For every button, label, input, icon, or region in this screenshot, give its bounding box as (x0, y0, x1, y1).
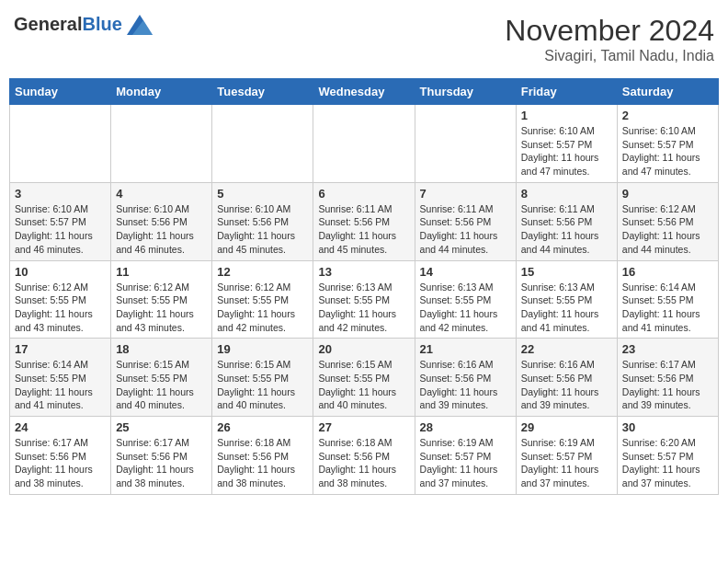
day-number: 15 (521, 265, 612, 279)
calendar-cell: 26Sunrise: 6:18 AM Sunset: 5:56 PM Dayli… (212, 417, 313, 495)
day-number: 19 (217, 342, 308, 356)
calendar-cell: 25Sunrise: 6:17 AM Sunset: 5:56 PM Dayli… (111, 417, 212, 495)
day-number: 23 (622, 342, 713, 356)
day-info: Sunrise: 6:13 AM Sunset: 5:55 PM Dayligh… (521, 281, 612, 335)
day-number: 20 (318, 342, 409, 356)
calendar-week-2: 3Sunrise: 6:10 AM Sunset: 5:57 PM Daylig… (10, 182, 719, 260)
calendar-cell: 13Sunrise: 6:13 AM Sunset: 5:55 PM Dayli… (313, 260, 415, 339)
day-number: 11 (116, 265, 207, 279)
day-info: Sunrise: 6:18 AM Sunset: 5:56 PM Dayligh… (318, 436, 409, 490)
day-number: 29 (521, 420, 612, 434)
day-number: 17 (15, 342, 106, 356)
day-number: 5 (217, 187, 308, 201)
calendar-cell: 28Sunrise: 6:19 AM Sunset: 5:57 PM Dayli… (415, 417, 516, 495)
calendar-cell (111, 105, 212, 183)
calendar-cell: 19Sunrise: 6:15 AM Sunset: 5:55 PM Dayli… (212, 339, 313, 417)
calendar-cell: 29Sunrise: 6:19 AM Sunset: 5:57 PM Dayli… (516, 417, 617, 495)
month-title: November 2024 (505, 14, 714, 48)
day-number: 22 (521, 342, 612, 356)
calendar-table: SundayMondayTuesdayWednesdayThursdayFrid… (9, 78, 719, 495)
logo: GeneralBlue (14, 14, 153, 35)
calendar-week-1: 1Sunrise: 6:10 AM Sunset: 5:57 PM Daylig… (10, 105, 719, 183)
calendar-week-3: 10Sunrise: 6:12 AM Sunset: 5:55 PM Dayli… (10, 260, 719, 339)
calendar-cell: 30Sunrise: 6:20 AM Sunset: 5:57 PM Dayli… (617, 417, 718, 495)
day-info: Sunrise: 6:19 AM Sunset: 5:57 PM Dayligh… (521, 436, 612, 490)
day-number: 2 (622, 109, 713, 122)
calendar-cell: 10Sunrise: 6:12 AM Sunset: 5:55 PM Dayli… (10, 260, 111, 339)
calendar-cell: 20Sunrise: 6:15 AM Sunset: 5:55 PM Dayli… (313, 339, 415, 417)
day-number: 3 (15, 187, 106, 201)
day-number: 14 (420, 265, 511, 279)
calendar-cell: 9Sunrise: 6:12 AM Sunset: 5:56 PM Daylig… (617, 182, 718, 260)
day-info: Sunrise: 6:10 AM Sunset: 5:56 PM Dayligh… (116, 202, 207, 257)
calendar-cell: 7Sunrise: 6:11 AM Sunset: 5:56 PM Daylig… (415, 182, 516, 260)
calendar-cell: 3Sunrise: 6:10 AM Sunset: 5:57 PM Daylig… (10, 182, 111, 260)
day-header-sunday: Sunday (10, 79, 111, 105)
day-number: 9 (622, 187, 713, 201)
day-info: Sunrise: 6:10 AM Sunset: 5:57 PM Dayligh… (521, 124, 612, 178)
day-info: Sunrise: 6:15 AM Sunset: 5:55 PM Dayligh… (116, 358, 207, 412)
title-area: November 2024 Sivagiri, Tamil Nadu, Indi… (505, 14, 714, 64)
day-info: Sunrise: 6:13 AM Sunset: 5:55 PM Dayligh… (420, 281, 511, 335)
page-header: GeneralBlue November 2024 Sivagiri, Tami… (9, 9, 719, 69)
calendar-cell: 2Sunrise: 6:10 AM Sunset: 5:57 PM Daylig… (617, 105, 718, 183)
day-header-thursday: Thursday (415, 79, 516, 105)
day-info: Sunrise: 6:18 AM Sunset: 5:56 PM Dayligh… (217, 436, 308, 490)
day-info: Sunrise: 6:10 AM Sunset: 5:57 PM Dayligh… (15, 202, 106, 257)
day-info: Sunrise: 6:15 AM Sunset: 5:55 PM Dayligh… (318, 358, 409, 412)
calendar-cell: 6Sunrise: 6:11 AM Sunset: 5:56 PM Daylig… (313, 182, 415, 260)
day-info: Sunrise: 6:11 AM Sunset: 5:56 PM Dayligh… (521, 202, 612, 257)
calendar-cell: 11Sunrise: 6:12 AM Sunset: 5:55 PM Dayli… (111, 260, 212, 339)
calendar-cell: 21Sunrise: 6:16 AM Sunset: 5:56 PM Dayli… (415, 339, 516, 417)
day-header-tuesday: Tuesday (212, 79, 313, 105)
day-number: 10 (15, 265, 106, 279)
calendar-cell: 22Sunrise: 6:16 AM Sunset: 5:56 PM Dayli… (516, 339, 617, 417)
calendar-cell: 18Sunrise: 6:15 AM Sunset: 5:55 PM Dayli… (111, 339, 212, 417)
day-number: 24 (15, 420, 106, 434)
day-number: 28 (420, 420, 511, 434)
day-info: Sunrise: 6:15 AM Sunset: 5:55 PM Dayligh… (217, 358, 308, 412)
day-info: Sunrise: 6:19 AM Sunset: 5:57 PM Dayligh… (420, 436, 511, 490)
day-header-friday: Friday (516, 79, 617, 105)
day-info: Sunrise: 6:20 AM Sunset: 5:57 PM Dayligh… (622, 436, 713, 490)
day-info: Sunrise: 6:12 AM Sunset: 5:55 PM Dayligh… (15, 281, 106, 335)
calendar-cell: 17Sunrise: 6:14 AM Sunset: 5:55 PM Dayli… (10, 339, 111, 417)
day-number: 30 (622, 420, 713, 434)
calendar-cell: 12Sunrise: 6:12 AM Sunset: 5:55 PM Dayli… (212, 260, 313, 339)
day-info: Sunrise: 6:16 AM Sunset: 5:56 PM Dayligh… (420, 358, 511, 412)
day-info: Sunrise: 6:17 AM Sunset: 5:56 PM Dayligh… (622, 358, 713, 412)
calendar-cell: 27Sunrise: 6:18 AM Sunset: 5:56 PM Dayli… (313, 417, 415, 495)
logo-icon (127, 15, 153, 35)
day-number: 6 (318, 187, 409, 201)
day-info: Sunrise: 6:17 AM Sunset: 5:56 PM Dayligh… (15, 436, 106, 490)
day-header-wednesday: Wednesday (313, 79, 415, 105)
calendar-cell (415, 105, 516, 183)
day-info: Sunrise: 6:12 AM Sunset: 5:55 PM Dayligh… (217, 281, 308, 335)
calendar-cell: 16Sunrise: 6:14 AM Sunset: 5:55 PM Dayli… (617, 260, 718, 339)
calendar-cell: 23Sunrise: 6:17 AM Sunset: 5:56 PM Dayli… (617, 339, 718, 417)
day-number: 16 (622, 265, 713, 279)
calendar-cell: 8Sunrise: 6:11 AM Sunset: 5:56 PM Daylig… (516, 182, 617, 260)
day-number: 1 (521, 109, 612, 122)
day-info: Sunrise: 6:12 AM Sunset: 5:56 PM Dayligh… (622, 202, 713, 257)
day-number: 8 (521, 187, 612, 201)
day-number: 26 (217, 420, 308, 434)
day-info: Sunrise: 6:14 AM Sunset: 5:55 PM Dayligh… (15, 358, 106, 412)
day-header-saturday: Saturday (617, 79, 718, 105)
calendar-cell: 24Sunrise: 6:17 AM Sunset: 5:56 PM Dayli… (10, 417, 111, 495)
calendar-cell: 14Sunrise: 6:13 AM Sunset: 5:55 PM Dayli… (415, 260, 516, 339)
calendar-cell (212, 105, 313, 183)
day-number: 12 (217, 265, 308, 279)
day-number: 7 (420, 187, 511, 201)
location-subtitle: Sivagiri, Tamil Nadu, India (505, 48, 714, 64)
day-info: Sunrise: 6:12 AM Sunset: 5:55 PM Dayligh… (116, 281, 207, 335)
day-info: Sunrise: 6:16 AM Sunset: 5:56 PM Dayligh… (521, 358, 612, 412)
day-header-monday: Monday (111, 79, 212, 105)
day-info: Sunrise: 6:11 AM Sunset: 5:56 PM Dayligh… (318, 202, 409, 257)
day-number: 25 (116, 420, 207, 434)
day-number: 27 (318, 420, 409, 434)
day-info: Sunrise: 6:11 AM Sunset: 5:56 PM Dayligh… (420, 202, 511, 257)
day-info: Sunrise: 6:17 AM Sunset: 5:56 PM Dayligh… (116, 436, 207, 490)
calendar-cell: 5Sunrise: 6:10 AM Sunset: 5:56 PM Daylig… (212, 182, 313, 260)
day-info: Sunrise: 6:10 AM Sunset: 5:56 PM Dayligh… (217, 202, 308, 257)
